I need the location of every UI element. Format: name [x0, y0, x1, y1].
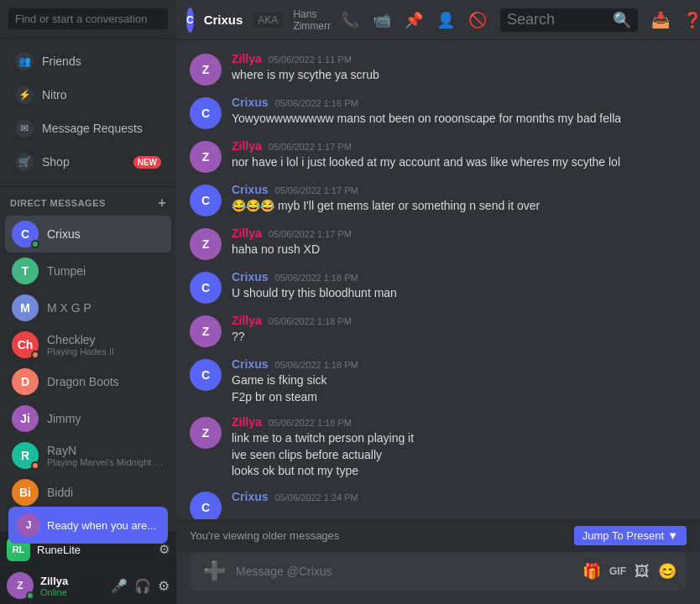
older-messages-banner: You're viewing older messages Jump To Pr…: [176, 519, 700, 552]
msg-avatar-zillya-2: Z: [190, 141, 222, 173]
avatar-checkley: Ch: [12, 331, 39, 358]
block-icon[interactable]: 🚫: [468, 11, 487, 29]
msg-text-4: haha no rush XD: [232, 242, 687, 258]
add-attachment-button[interactable]: ➕: [200, 552, 229, 591]
message-group-0: Z Zillya 05/06/2022 1:11 PM where is my …: [176, 49, 700, 89]
help-icon[interactable]: ❓: [683, 11, 700, 29]
msg-text-5: U should try this bloodhunt man: [232, 285, 687, 302]
message-group-8: Z Zillya 05/06/2022 1:18 PM link me to a…: [176, 412, 700, 483]
msg-timestamp-6: 05/06/2022 1:18 PM: [269, 316, 352, 326]
dm-item-status-rayn: Playing Marvel's Midnight Suns: [47, 457, 165, 467]
status-dot-checkley: [31, 351, 39, 359]
messages-area: Z Zillya 05/06/2022 1:11 PM where is my …: [176, 40, 700, 519]
shop-new-badge: NEW: [133, 156, 161, 169]
dm-item-info-biddi: Biddi: [47, 486, 73, 499]
user-controls: 🎤 🎧 ⚙: [111, 578, 170, 594]
msg-content-7: Crixus 05/06/2022 1:18 PM Game is fking …: [232, 357, 687, 405]
msg-header-6: Zillya 05/06/2022 1:18 PM: [232, 314, 687, 327]
msg-avatar-crixus-1: C: [190, 97, 222, 129]
msg-header-8: Zillya 05/06/2022 1:18 PM: [232, 415, 687, 429]
gift-icon[interactable]: 🎁: [582, 562, 601, 581]
chevron-down-icon: ▼: [667, 529, 678, 542]
message-group-7: C Crixus 05/06/2022 1:18 PM Game is fkin…: [176, 354, 700, 409]
msg-timestamp-4: 05/06/2022 1:17 PM: [269, 229, 352, 239]
msg-header-4: Zillya 05/06/2022 1:17 PM: [232, 226, 687, 240]
dm-item-name-dragon-boots: Dragon Boots: [47, 375, 119, 388]
message-group-3: C Crixus 05/06/2022 1:17 PM 😂😂😂 myb I'll…: [176, 180, 700, 220]
sidebar-item-shop[interactable]: 🛒 Shop NEW: [5, 146, 171, 178]
sidebar-item-nitro[interactable]: ⚡ Nitro: [5, 79, 171, 111]
dm-item-rayn[interactable]: R RayN Playing Marvel's Midnight Suns: [5, 437, 171, 474]
message-group-4: Z Zillya 05/06/2022 1:17 PM haha no rush…: [176, 223, 700, 263]
sidebar-item-friends[interactable]: 👥 Friends: [5, 45, 171, 77]
dm-item-jimmy[interactable]: Ji Jimmy: [5, 400, 171, 437]
pin-icon[interactable]: 📌: [405, 11, 423, 29]
user-status-label: Online: [40, 587, 104, 597]
video-call-icon[interactable]: 📹: [373, 11, 391, 29]
dm-item-name-mxgp: M X G P: [47, 301, 91, 315]
dm-item-info-dragon-boots: Dragon Boots: [47, 375, 119, 388]
add-friend-icon[interactable]: 👤: [436, 11, 455, 29]
msg-text-8b: ive seen clips before actually: [232, 447, 687, 464]
voice-call-icon[interactable]: 📞: [341, 11, 359, 29]
user-status-dot: [26, 591, 34, 600]
status-dot-rayn: [31, 461, 39, 470]
add-dm-button[interactable]: +: [158, 195, 166, 211]
dm-item-crixus[interactable]: C Crixus: [5, 216, 171, 253]
dm-item-tumpei[interactable]: T Tumpei: [5, 253, 171, 289]
msg-content-0: Zillya 05/06/2022 1:11 PM where is my sc…: [232, 52, 687, 86]
message-input-inner: ➕ 🎁 GIF 🖼 😊: [190, 552, 687, 591]
runelite-settings-icon[interactable]: ⚙: [159, 542, 170, 557]
sidebar-search-bar[interactable]: [0, 0, 176, 39]
msg-header-5: Crixus 05/06/2022 1:18 PM: [232, 270, 687, 284]
status-dot-crixus: [31, 240, 39, 248]
msg-header-2: Zillya 05/06/2022 1:17 PM: [232, 139, 687, 153]
jump-to-present-button[interactable]: Jump To Present ▼: [574, 526, 687, 545]
msg-timestamp-7: 05/06/2022 1:18 PM: [275, 360, 358, 370]
dm-inbox-icon[interactable]: 📥: [651, 11, 670, 29]
dm-item-dragon-boots[interactable]: D Dragon Boots: [5, 363, 171, 400]
msg-avatar-zillya-4: Z: [190, 228, 222, 260]
message-input-field[interactable]: [236, 555, 576, 587]
message-group-2: Z Zillya 05/06/2022 1:17 PM nor have i l…: [176, 136, 700, 176]
avatar-jimmy: Ji: [12, 405, 39, 432]
headphones-icon[interactable]: 🎧: [134, 578, 151, 594]
topbar-icons: 📞 📹 📌 👤 🚫 Search 🔍 📥 ❓: [341, 8, 700, 32]
nitro-label: Nitro: [42, 88, 67, 102]
gif-icon[interactable]: GIF: [609, 565, 626, 577]
microphone-icon[interactable]: 🎤: [111, 578, 128, 594]
dm-item-info-mxgp: M X G P: [47, 301, 91, 315]
search-input[interactable]: [8, 8, 168, 29]
msg-content-4: Zillya 05/06/2022 1:17 PM haha no rush X…: [232, 226, 687, 260]
msg-username-3: Crixus: [232, 183, 269, 196]
message-group-9: C Crixus 05/06/2022 1:24 PM: [176, 487, 700, 519]
msg-text-7a: Game is fking sick: [232, 372, 687, 389]
settings-icon[interactable]: ⚙: [158, 578, 170, 594]
dm-item-info-crixus: Crixus: [47, 227, 81, 241]
msg-timestamp-5: 05/06/2022 1:18 PM: [275, 273, 358, 283]
nav-items: 👥 Friends ⚡ Nitro ✉ Message Requests 🛒 S…: [0, 39, 176, 187]
message-group-5: C Crixus 05/06/2022 1:18 PM U should try…: [176, 267, 700, 307]
sidebar-item-message-requests[interactable]: ✉ Message Requests: [5, 112, 171, 144]
sticker-icon[interactable]: 🖼: [635, 563, 650, 581]
dm-item-info-rayn: RayN Playing Marvel's Midnight Suns: [47, 444, 165, 467]
toast-notification[interactable]: J Ready when you are...: [8, 507, 168, 544]
search-icon: 🔍: [613, 11, 631, 29]
dm-item-name-checkley: Checkley: [47, 333, 114, 346]
dm-item-biddi[interactable]: Bi Biddi: [5, 474, 171, 511]
emoji-icon[interactable]: 😊: [658, 562, 676, 581]
dm-item-mxgp[interactable]: M M X G P: [5, 289, 171, 326]
shop-icon: 🛒: [15, 153, 34, 171]
msg-avatar-zillya-0: Z: [190, 54, 222, 86]
friends-icon: 👥: [15, 52, 34, 70]
dm-item-checkley[interactable]: Ch Checkley Playing Hades II: [5, 326, 171, 363]
topbar-search[interactable]: Search 🔍: [500, 8, 638, 32]
msg-content-1: Crixus 05/06/2022 1:16 PM Yowyowwwwwwww …: [232, 96, 687, 129]
avatar-dragon-boots: D: [12, 368, 39, 395]
topbar: C Crixus AKA Hans Zimmerr 📞 📹 📌 👤 🚫 Sear…: [176, 0, 700, 40]
friends-label: Friends: [42, 55, 81, 68]
main-chat: C Crixus AKA Hans Zimmerr 📞 📹 📌 👤 🚫 Sear…: [176, 0, 700, 604]
dm-item-info-tumpei: Tumpei: [47, 264, 86, 278]
dm-header-label: DIRECT MESSAGES: [10, 198, 106, 208]
topbar-avatar: C: [186, 8, 194, 33]
